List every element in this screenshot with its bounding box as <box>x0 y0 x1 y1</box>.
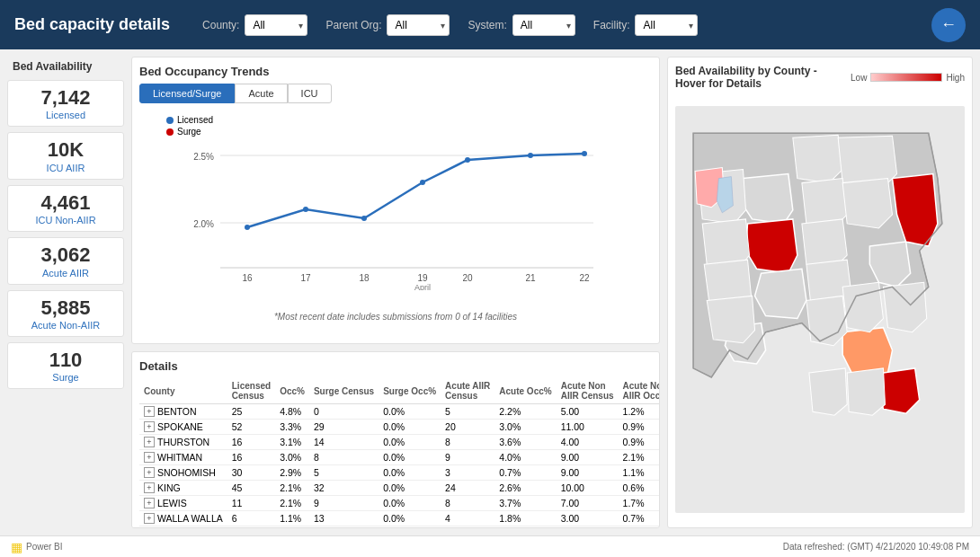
back-icon: ← <box>940 15 957 34</box>
details-section: Details County LicensedCensus Occ% Surge… <box>131 351 660 528</box>
table-row: +SNOHOMISH302.9%50.0%30.7%9.001.1%90.6%5… <box>139 465 660 481</box>
acute-non-aiir-cell: 4.00 <box>557 435 619 450</box>
surge-census-cell: 0 <box>309 404 379 420</box>
refresh-text: Data refreshed: (GMT) 4/21/2020 10:49:08… <box>783 542 969 552</box>
powerbi-icon: ▦ <box>11 540 22 554</box>
acute-non-aiir-occ-cell: 0.9% <box>619 435 660 450</box>
surge-occ-cell: 0.0% <box>379 465 441 481</box>
table-header-row: County LicensedCensus Occ% Surge Census … <box>139 378 660 404</box>
legend-licensed-dot <box>166 117 174 124</box>
acute-occ-cell: 1.8% <box>494 511 556 526</box>
acute-aiir-cell: 8 <box>441 435 494 450</box>
col-lic-census: LicensedCensus <box>227 378 275 404</box>
surge-census-cell: 9 <box>309 496 379 511</box>
acute-occ-cell: 0.7% <box>494 465 556 481</box>
tab-icu[interactable]: ICU <box>288 84 332 103</box>
col-surge-occ: Surge Occ% <box>379 378 441 404</box>
county-select-wrapper: All <box>245 14 307 36</box>
acute-aiir-cell: 3 <box>441 465 494 481</box>
page-title: Bed capacity details <box>14 15 184 34</box>
icu-non-aiir-value: 4,461 <box>15 191 116 215</box>
county-filter-group: County: All <box>202 14 307 36</box>
acute-occ-cell: 4.0% <box>494 450 556 465</box>
legend-surge: Surge <box>166 127 213 137</box>
svg-text:18: 18 <box>359 273 370 283</box>
occ-cell: 2.1% <box>275 496 309 511</box>
powerbi-logo: ▦ Power BI <box>11 540 63 554</box>
surge-occ-cell: 0.0% <box>379 496 441 511</box>
acute-aiir-cell: 5 <box>441 404 494 420</box>
licensed-label: Licensed <box>15 110 116 120</box>
acute-non-aiir-cell: 5.00 <box>557 404 619 420</box>
map-section: Bed Availability by County - Hover for D… <box>667 57 973 528</box>
icu-aiir-value: 10K <box>15 138 116 162</box>
parent-org-select[interactable]: All <box>387 14 450 36</box>
acute-non-aiir-occ-cell: 1.2% <box>619 404 660 420</box>
surge-census-cell: 5 <box>309 465 379 481</box>
tab-licensed-surge[interactable]: Licensed/Surge <box>139 84 235 103</box>
back-button[interactable]: ← <box>931 8 966 42</box>
map-svg <box>675 95 965 524</box>
lic-census-cell: 6 <box>227 511 275 526</box>
svg-text:April: April <box>414 283 431 290</box>
table-row: +WHITMAN163.0%80.0%94.0%9.002.1%91.2%700… <box>139 450 660 465</box>
occ-cell: 4.8% <box>275 404 309 420</box>
county-select[interactable]: All <box>245 14 307 36</box>
system-select[interactable]: All <box>512 14 575 36</box>
acute-non-aiir-cell: 3.00 <box>557 511 619 526</box>
surge-metric: 110 Surge <box>7 342 124 389</box>
svg-text:17: 17 <box>300 273 311 283</box>
svg-point-5 <box>245 225 250 230</box>
map-title: Bed Availability by County - Hover for D… <box>675 65 851 90</box>
lic-census-cell: 30 <box>227 465 275 481</box>
chart-svg: 2.5% 2.0% <box>139 111 652 290</box>
system-label: System: <box>468 19 506 31</box>
surge-census-cell: 110 <box>309 526 379 529</box>
icu-non-aiir-label: ICU Non-AIIR <box>15 215 116 225</box>
svg-text:20: 20 <box>462 273 473 283</box>
legend-high-label: High <box>946 73 965 83</box>
surge-occ-cell: 0.0% <box>379 526 441 529</box>
chart-legend: Licensed Surge <box>166 115 213 138</box>
map-header: Bed Availability by County - Hover for D… <box>675 65 965 90</box>
acute-non-aiir-occ-cell: 0.6% <box>619 481 660 496</box>
svg-point-9 <box>465 157 470 163</box>
table-row: +SPOKANE523.3%290.0%203.0%11.000.9%281.3… <box>139 420 660 435</box>
acute-non-aiir-label: Acute Non-AIIR <box>15 320 116 331</box>
tab-acute[interactable]: Acute <box>235 84 287 103</box>
licensed-value: 7,142 <box>15 86 116 110</box>
acute-occ-cell: 3.6% <box>494 435 556 450</box>
svg-point-11 <box>582 151 587 156</box>
powerbi-label: Power BI <box>26 542 63 552</box>
surge-value: 110 <box>15 349 116 372</box>
parent-org-filter-group: Parent Org: All <box>325 14 450 36</box>
details-title: Details <box>139 359 652 373</box>
svg-text:2.5%: 2.5% <box>193 152 214 162</box>
county-cell: +LEWIS <box>139 496 227 511</box>
lic-census-cell: 16 <box>227 450 275 465</box>
facility-select[interactable]: All <box>635 14 698 36</box>
surge-occ-cell: 0.0% <box>379 435 441 450</box>
svg-point-6 <box>303 207 308 212</box>
icu-aiir-label: ICU AIIR <box>15 163 116 173</box>
acute-occ-cell: 2.6% <box>494 526 556 529</box>
surge-occ-cell: 0.0% <box>379 420 441 435</box>
licensed-metric: 7,142 Licensed <box>7 80 124 127</box>
acute-occ-cell: 3.0% <box>494 420 556 435</box>
middle-panel: Bed Occupancy Trends Licensed/Surge Acut… <box>131 57 660 528</box>
svg-text:22: 22 <box>579 273 590 283</box>
acute-non-aiir-cell: 10.00 <box>557 481 619 496</box>
lic-census-cell: 201 <box>227 526 275 529</box>
occ-cell: 1.1% <box>275 511 309 526</box>
legend-licensed-label: Licensed <box>177 115 213 125</box>
surge-occ-cell: 0.0% <box>379 481 441 496</box>
surge-census-cell: 14 <box>309 435 379 450</box>
icu-non-aiir-metric: 4,461 ICU Non-AIIR <box>7 185 124 232</box>
col-occ: Occ% <box>275 378 309 404</box>
left-panel: Bed Availability 7,142 Licensed 10K ICU … <box>7 57 124 528</box>
acute-non-aiir-cell: 11.00 <box>557 420 619 435</box>
bed-availability-title: Bed Availability <box>7 57 124 75</box>
acute-non-aiir-occ-cell: 1.1% <box>619 465 660 481</box>
map-legend: Low High <box>851 73 965 83</box>
county-cell: +SNOHOMISH <box>139 465 227 481</box>
